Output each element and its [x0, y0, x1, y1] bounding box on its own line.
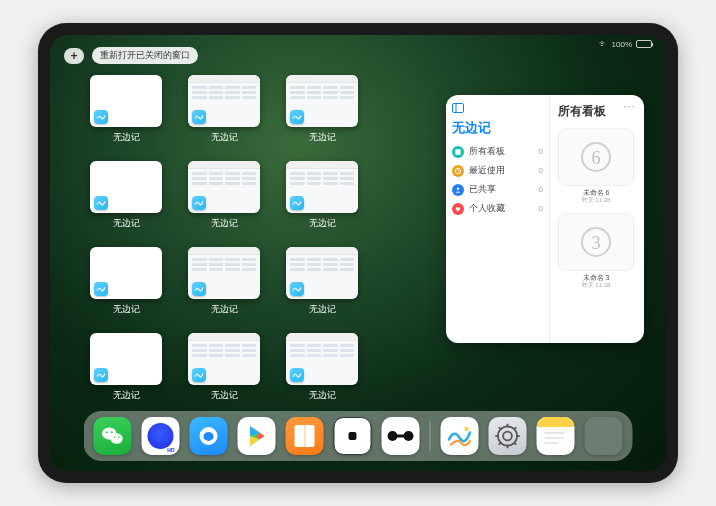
svg-rect-18: [396, 435, 406, 438]
app-window-card[interactable]: 无边记: [282, 333, 362, 411]
app-window-thumbnail: [188, 247, 260, 299]
sidebar-item-label: 已共享: [469, 183, 496, 196]
sidebar-item-favorite[interactable]: 个人收藏0: [452, 202, 543, 215]
boards-icon: [452, 146, 464, 158]
dock-app-browser[interactable]: [190, 417, 228, 455]
add-button[interactable]: +: [64, 48, 84, 64]
app-window-card[interactable]: 无边记: [282, 247, 362, 325]
freeform-icon: [290, 368, 304, 382]
svg-text:6: 6: [592, 148, 601, 168]
dock: HD: [84, 411, 633, 461]
svg-point-4: [457, 187, 459, 189]
dock-app-wechat[interactable]: [94, 417, 132, 455]
dock-app-settings[interactable]: [489, 417, 527, 455]
svg-line-27: [514, 442, 517, 445]
svg-text:3: 3: [592, 233, 601, 253]
freeform-icon: [94, 110, 108, 124]
sidebar-item-count: 0: [539, 166, 543, 175]
dock-app-notes[interactable]: [537, 417, 575, 455]
app-window-label: 无边记: [309, 217, 336, 230]
freeform-side-panel: 无边记 所有看板0最近使用0已共享0个人收藏0 ··· 所有看板 6未命名 6昨…: [446, 95, 644, 343]
freeform-icon: [94, 196, 108, 210]
app-window-label: 无边记: [309, 389, 336, 402]
board-caption: 未命名 6昨天 11:28: [558, 189, 634, 205]
panel-left-title: 无边记: [452, 119, 543, 137]
battery-percent: 100%: [612, 40, 632, 49]
app-window-card[interactable]: 无边记: [86, 75, 166, 153]
freeform-icon: [290, 196, 304, 210]
app-window-label: 无边记: [211, 217, 238, 230]
app-window-label: 无边记: [211, 303, 238, 316]
app-window-thumbnail: [188, 75, 260, 127]
board-title: 未命名 3: [558, 274, 634, 282]
freeform-icon: [290, 282, 304, 296]
svg-point-14: [118, 436, 120, 438]
app-window-card[interactable]: 无边记: [86, 161, 166, 239]
app-window-card[interactable]: 无边记: [86, 247, 166, 325]
app-window-label: 无边记: [113, 303, 140, 316]
freeform-icon: [192, 282, 206, 296]
board-card[interactable]: 3未命名 3昨天 11:28: [558, 213, 634, 290]
reopen-closed-window-button[interactable]: 重新打开已关闭的窗口: [92, 47, 198, 64]
dock-app-quark[interactable]: HD: [142, 417, 180, 455]
dock-app-play[interactable]: [238, 417, 276, 455]
app-window-card[interactable]: 无边记: [184, 75, 264, 153]
panel-sidebar: 无边记 所有看板0最近使用0已共享0个人收藏0: [446, 95, 550, 343]
wifi-icon: ᯤ: [599, 39, 608, 49]
favorite-icon: [452, 203, 464, 215]
panel-menu-list: 所有看板0最近使用0已共享0个人收藏0: [452, 145, 543, 215]
boards-list: 6未命名 6昨天 11:283未命名 3昨天 11:28: [558, 128, 636, 289]
app-window-card[interactable]: 无边记: [86, 333, 166, 411]
top-bar: + 重新打开已关闭的窗口: [64, 47, 198, 64]
app-window-label: 无边记: [309, 131, 336, 144]
sidebar-toggle-icon[interactable]: [452, 103, 543, 115]
more-icon[interactable]: ···: [623, 99, 636, 113]
board-caption: 未命名 3昨天 11:28: [558, 274, 634, 290]
app-window-card[interactable]: 无边记: [282, 75, 362, 153]
svg-point-13: [114, 436, 116, 438]
dock-app-library[interactable]: [585, 417, 623, 455]
app-window-label: 无边记: [113, 217, 140, 230]
panel-content: ··· 所有看板 6未命名 6昨天 11:283未命名 3昨天 11:28: [550, 95, 644, 343]
app-window-thumbnail: [188, 333, 260, 385]
app-window-thumbnail: [286, 75, 358, 127]
board-subtitle: 昨天 11:28: [558, 197, 634, 204]
svg-point-21: [503, 432, 512, 441]
board-card[interactable]: 6未命名 6昨天 11:28: [558, 128, 634, 205]
app-window-thumbnail: [90, 75, 162, 127]
svg-rect-2: [455, 149, 460, 154]
app-window-card[interactable]: 无边记: [184, 333, 264, 411]
app-window-card[interactable]: 无边记: [184, 247, 264, 325]
freeform-icon: [192, 110, 206, 124]
board-title: 未命名 6: [558, 189, 634, 197]
sidebar-item-label: 所有看板: [469, 145, 505, 158]
svg-line-28: [499, 442, 502, 445]
freeform-icon: [192, 196, 206, 210]
app-window-card[interactable]: 无边记: [184, 161, 264, 239]
sidebar-item-shared[interactable]: 已共享0: [452, 183, 543, 196]
dock-app-books[interactable]: [286, 417, 324, 455]
board-subtitle: 昨天 11:28: [558, 282, 634, 289]
svg-line-29: [514, 427, 517, 430]
shared-icon: [452, 184, 464, 196]
sidebar-item-label: 最近使用: [469, 164, 505, 177]
sidebar-item-label: 个人收藏: [469, 202, 505, 215]
freeform-icon: [192, 368, 206, 382]
freeform-icon: [94, 282, 108, 296]
dock-app-dumbbell[interactable]: [382, 417, 420, 455]
freeform-icon: [94, 368, 108, 382]
svg-point-19: [464, 427, 468, 431]
sidebar-item-boards[interactable]: 所有看板0: [452, 145, 543, 158]
svg-point-12: [111, 431, 113, 433]
svg-point-10: [110, 433, 122, 444]
dock-app-freeform[interactable]: [441, 417, 479, 455]
dock-app-dice[interactable]: [334, 417, 372, 455]
sidebar-item-recent[interactable]: 最近使用0: [452, 164, 543, 177]
status-bar: ᯤ 100%: [599, 39, 652, 49]
board-thumbnail: 6: [558, 128, 634, 186]
app-window-card[interactable]: 无边记: [282, 161, 362, 239]
app-window-thumbnail: [90, 247, 162, 299]
app-window-label: 无边记: [113, 131, 140, 144]
app-window-thumbnail: [188, 161, 260, 213]
app-switcher-grid: 无边记无边记无边记无边记无边记无边记无边记无边记无边记无边记无边记无边记: [86, 75, 460, 411]
